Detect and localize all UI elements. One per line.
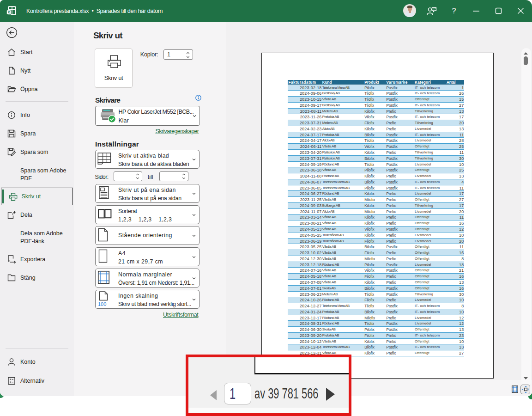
svg-text:100: 100 <box>98 301 106 306</box>
svg-text:x: x <box>8 10 10 14</box>
